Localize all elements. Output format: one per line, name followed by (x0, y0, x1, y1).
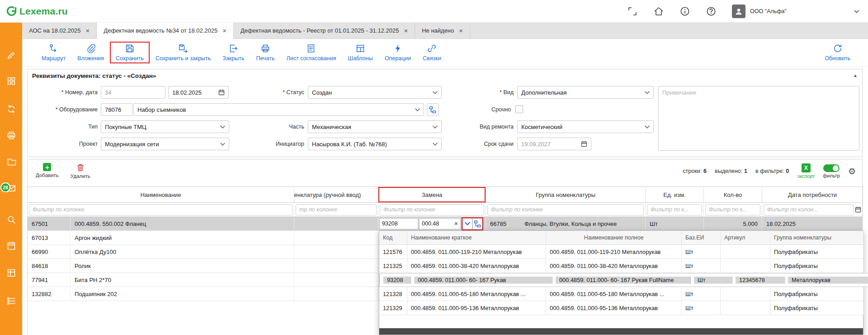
status-label: * Статус (236, 86, 304, 99)
part-select[interactable]: Механическая (308, 120, 442, 133)
links-button[interactable]: Связки (417, 42, 447, 63)
sidebar-item-calendar[interactable] (0, 239, 22, 252)
sidebar-item-modules[interactable] (0, 75, 22, 87)
column-header-quantity[interactable]: Кол-во (704, 187, 762, 203)
sidebar-item-registers[interactable] (0, 267, 22, 279)
clear-icon[interactable]: × (454, 220, 458, 227)
templates-button[interactable]: Шаблоны (342, 42, 378, 63)
project-label: Проект (30, 138, 98, 150)
sidebar-item-edit[interactable] (0, 49, 22, 62)
status-select[interactable]: Создан (308, 86, 442, 99)
sidebar-item-tasks[interactable] (0, 295, 22, 307)
approval-sheet-button[interactable]: Лист согласования (280, 42, 342, 63)
filter-toggle[interactable]: фильтр (823, 164, 840, 178)
attachments-button[interactable]: Вложения (71, 42, 110, 63)
app-logo[interactable]: Lexema.ru (5, 5, 68, 17)
column-header-name[interactable]: Наименование (28, 187, 294, 203)
replacement-tree-button[interactable] (472, 218, 482, 230)
tab-close-icon[interactable]: × (404, 27, 408, 34)
modules-icon (6, 76, 16, 86)
user-avatar[interactable] (732, 5, 745, 18)
print-button[interactable]: Печать (250, 42, 281, 63)
equipment-tree-button[interactable] (427, 103, 439, 116)
urgent-checkbox[interactable] (515, 105, 523, 113)
column-header-group[interactable]: Группа номенклатуры (486, 187, 646, 203)
column-header-replacement[interactable]: Замена (378, 187, 486, 203)
close-button[interactable]: Закрыть (217, 42, 250, 63)
operations-button[interactable]: Операции (379, 42, 417, 63)
filter-input-replacement[interactable] (380, 204, 484, 215)
print-icon (6, 130, 16, 140)
filter-input-unit[interactable] (647, 204, 702, 215)
home-icon[interactable] (653, 6, 664, 17)
tab-not-found[interactable]: Не найдено× (415, 23, 470, 38)
popup-horizontal-scrollbar[interactable] (379, 328, 863, 335)
filter-input-group[interactable] (487, 204, 644, 215)
delete-row-button[interactable]: Удалить (71, 163, 90, 179)
repair-kind-select[interactable]: Косметический (517, 120, 654, 133)
tab-aos[interactable]: АОС на 18.02.2025× (22, 23, 97, 38)
refresh-icon (833, 43, 843, 53)
save-and-close-button[interactable]: Сохранить и закрыть (150, 42, 217, 63)
chevron-down-icon (433, 125, 438, 129)
popup-row[interactable]: 121325 000.4859. 011.000-38-420 Металлор… (379, 259, 863, 273)
initiator-select[interactable]: Насырова К.И. (Таб. №768) (308, 138, 442, 150)
tab-bar: АОС на 18.02.2025× Дефектная ведомость №… (22, 23, 868, 39)
equipment-code-field[interactable]: 78076 (101, 103, 132, 116)
add-row-button[interactable]: + Добавить (36, 163, 59, 179)
tab-close-icon[interactable]: × (86, 27, 90, 34)
column-header-manual-nomenclature[interactable]: Номенклатура (ручной ввод) (294, 187, 378, 203)
table-header-row: Наименование Номенклатура (ручной ввод) … (28, 187, 862, 203)
sidebar-item-print[interactable] (0, 129, 22, 142)
help-icon[interactable] (706, 6, 717, 17)
logo-text: Lexema.ru (19, 6, 68, 17)
document-date-field[interactable]: 18.02.2025 (168, 86, 229, 99)
popup-row[interactable]: 121329 000.4859. 011.000-95-136 Металлор… (379, 301, 863, 315)
filter-input-need-date[interactable] (764, 204, 854, 215)
export-button[interactable]: X экспорт (797, 163, 815, 179)
replacement-code-input[interactable]: 93208 (379, 218, 418, 230)
filter-input-manual-nomenclature[interactable] (296, 204, 377, 215)
filtered-count: в фильтре:0 (755, 168, 789, 174)
chevron-down-icon (220, 143, 225, 146)
document-requisites-section: Реквизиты документа: статус - «Создан» ▲… (27, 69, 863, 157)
tab-close-icon[interactable]: × (459, 27, 463, 34)
type-select[interactable]: Покупные ТМЦ (101, 120, 229, 133)
filter-input-name[interactable] (29, 204, 292, 215)
kind-label: * Вид (446, 86, 514, 99)
tab-defect-sheet[interactable]: Дефектная ведомость №34 от 18.02.2025× (97, 23, 234, 39)
table-row[interactable]: 67501 000.4859. 550.002 Фланец 93208 000… (28, 217, 862, 231)
info-icon[interactable] (679, 6, 690, 17)
search-icon (6, 215, 16, 225)
popup-row[interactable]: 121576 000.4859. 011.000-119-210 Металло… (379, 245, 863, 259)
kind-select[interactable]: Дополнительная (517, 86, 654, 99)
red-highlight-box (462, 217, 483, 230)
chevron-down-icon[interactable] (852, 6, 862, 16)
replacement-editor-cell: 93208 000.48 × (378, 217, 486, 231)
filter-input-quantity[interactable] (705, 204, 760, 215)
column-header-need-date[interactable]: Дата потребности (762, 187, 863, 203)
grid-settings-gear-icon[interactable]: ⚙ (848, 167, 856, 176)
sidebar-item-documents[interactable] (0, 155, 22, 168)
project-select[interactable]: Модернизация сети (101, 138, 229, 150)
sidebar-item-search[interactable] (0, 213, 22, 226)
route-button[interactable]: Маршрут (36, 42, 71, 63)
save-button[interactable]: Сохранить (110, 42, 150, 63)
popup-row[interactable]: 121328 000.4859. 011.000-65-180 Металлор… (379, 287, 863, 301)
collapse-section-icon[interactable]: ▲ (853, 73, 858, 78)
note-textarea[interactable] (658, 86, 859, 151)
company-name: ООО "Альфа" (750, 8, 787, 14)
replacement-dropdown-button[interactable] (462, 218, 472, 230)
refresh-button[interactable]: Обновить (819, 42, 856, 63)
print-icon (260, 43, 270, 53)
tab-close-icon[interactable]: × (222, 27, 226, 34)
tab-defect-register[interactable]: Дефектная ведомость - Реестр от 01.01.20… (234, 23, 415, 38)
sidebar-item-mail[interactable]: 28 (0, 182, 22, 195)
frame-icon[interactable] (627, 6, 638, 17)
popup-row-selected[interactable]: 93208 000.4859. 011.000- 60- 167 Рукав 0… (379, 273, 868, 287)
equipment-select[interactable]: Набор съемников (133, 103, 424, 116)
replacement-name-input[interactable]: 000.48 × (419, 218, 461, 230)
column-header-unit[interactable]: Ед. изм. (646, 187, 704, 203)
sidebar-item-sync[interactable] (0, 103, 22, 115)
templates-icon (355, 43, 365, 53)
